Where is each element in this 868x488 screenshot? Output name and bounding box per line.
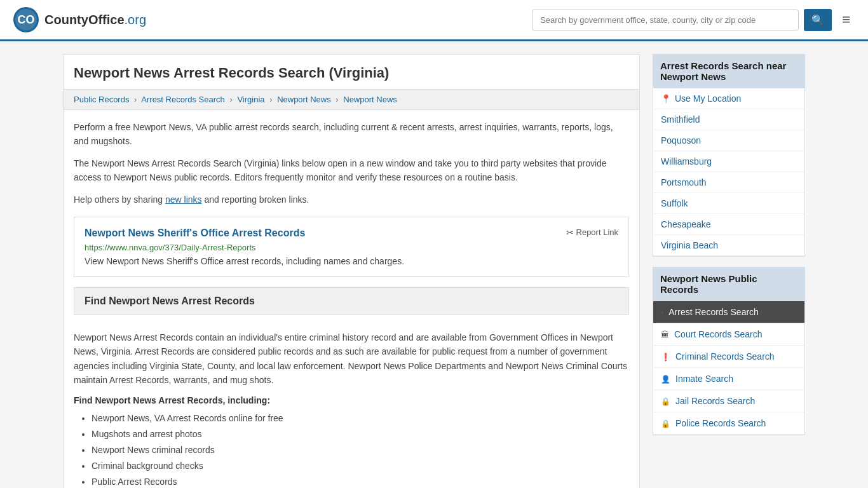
breadcrumb-sep-3: ›: [269, 95, 272, 104]
breadcrumb-link-newport-news-1[interactable]: Newport News: [277, 95, 331, 104]
location-link-chesapeake[interactable]: Chesapeake: [661, 219, 711, 229]
location-link-portsmouth[interactable]: Portsmouth: [661, 177, 707, 187]
inmate-search-link[interactable]: Inmate Search: [675, 374, 733, 384]
find-section-title: Find Newport News Arrest Records: [85, 295, 618, 307]
location-link-smithfield[interactable]: Smithfield: [661, 114, 700, 125]
link-card-url: https://www.nnva.gov/373/Daily-Arrest-Re…: [85, 243, 618, 252]
sidebar-item-criminal-records[interactable]: Criminal Records Search: [653, 346, 804, 368]
court-records-link[interactable]: Court Records Search: [674, 329, 763, 339]
location-link-virginia-beach[interactable]: Virginia Beach: [661, 240, 718, 250]
report-link-label: Report Link: [576, 227, 618, 237]
sidebar-public-records-header: Newport News Public Records: [653, 267, 805, 301]
scissors-icon: [566, 227, 574, 238]
logo-area: CO CountyOffice.org: [13, 6, 146, 33]
link-card-title: Newport News Sheriff's Office Arrest Rec…: [85, 227, 305, 239]
sidebar-nearby-body: Use My Location Smithfield Poquoson Will…: [653, 88, 805, 257]
location-link-poquoson[interactable]: Poquoson: [661, 135, 701, 146]
use-my-location-label: Use My Location: [675, 93, 741, 104]
link-card-header: Newport News Sheriff's Office Arrest Rec…: [85, 227, 618, 239]
use-my-location-item[interactable]: Use My Location: [653, 88, 804, 109]
report-link-button[interactable]: Report Link: [566, 227, 618, 238]
sidebar-location-williamsburg[interactable]: Williamsburg: [653, 151, 804, 172]
list-item: Public Arrest Records: [92, 474, 629, 488]
breadcrumb-link-virginia[interactable]: Virginia: [237, 95, 264, 104]
list-item: Newport News criminal records: [92, 442, 629, 458]
sidebar-item-inmate-search[interactable]: Inmate Search: [653, 368, 804, 390]
content-panel: Newport News Arrest Records Search (Virg…: [63, 54, 640, 488]
sidebar-nearby-section: Arrest Records Search near Newport News …: [653, 54, 805, 257]
sidebar-location-suffolk[interactable]: Suffolk: [653, 193, 804, 214]
lock-icon-2: [661, 418, 670, 428]
sidebar-nearby-header: Arrest Records Search near Newport News: [653, 54, 805, 88]
find-section: Find Newport News Arrest Records: [74, 287, 629, 315]
columns-icon: [661, 307, 663, 317]
search-input[interactable]: [532, 10, 799, 30]
logo-text: CountyOffice.org: [44, 13, 146, 27]
intro-p3: Help others by sharing new links and rep…: [74, 193, 629, 207]
breadcrumb-link-newport-news-2[interactable]: Newport News: [343, 95, 397, 104]
link-card-title-link[interactable]: Newport News Sheriff's Office Arrest Rec…: [85, 227, 305, 238]
location-link-suffolk[interactable]: Suffolk: [661, 198, 688, 208]
find-description: Newport News Arrest Records contain an i…: [74, 330, 629, 388]
search-button[interactable]: 🔍: [804, 9, 832, 31]
lock-icon-1: [661, 396, 670, 406]
content-body: Perform a free Newport News, VA public a…: [64, 110, 639, 488]
sidebar-public-records-section: Newport News Public Records Arrest Recor…: [653, 267, 805, 435]
person-icon: [661, 374, 670, 384]
jail-records-link[interactable]: Jail Records Search: [675, 396, 755, 406]
sidebar-location-virginia-beach[interactable]: Virginia Beach: [653, 235, 804, 256]
sidebar-public-records-body: Arrest Records Search Court Records Sear…: [653, 301, 805, 435]
page-title: Newport News Arrest Records Search (Virg…: [64, 55, 639, 89]
breadcrumb-sep-2: ›: [229, 95, 232, 104]
intro-p2: The Newport News Arrest Records Search (…: [74, 156, 629, 185]
find-list: Newport News, VA Arrest Records online f…: [74, 410, 629, 488]
criminal-records-link[interactable]: Criminal Records Search: [675, 351, 775, 362]
sidebar-item-arrest-records[interactable]: Arrest Records Search: [653, 301, 804, 323]
sidebar-location-portsmouth[interactable]: Portsmouth: [653, 172, 804, 193]
location-link-williamsburg[interactable]: Williamsburg: [661, 156, 712, 166]
header: CO CountyOffice.org 🔍 ≡: [0, 0, 868, 41]
breadcrumb-sep-4: ›: [336, 95, 338, 104]
find-including-title: Find Newport News Arrest Records, includ…: [74, 395, 629, 405]
sidebar-item-police-records[interactable]: Police Records Search: [653, 412, 804, 435]
svg-text:CO: CO: [18, 13, 35, 26]
find-body: Newport News Arrest Records contain an i…: [74, 323, 629, 488]
sidebar-location-smithfield[interactable]: Smithfield: [653, 109, 804, 130]
list-item: Criminal background checks: [92, 458, 629, 474]
breadcrumb-sep-1: ›: [134, 95, 137, 104]
link-card-desc: View Newport News Sheriff's Office arres…: [85, 256, 618, 266]
link-card: Newport News Sheriff's Office Arrest Rec…: [74, 217, 629, 277]
logo-icon: CO: [13, 6, 39, 33]
sidebar-item-jail-records[interactable]: Jail Records Search: [653, 390, 804, 412]
main-layout: Newport News Arrest Records Search (Virg…: [53, 41, 815, 488]
sidebar-location-chesapeake[interactable]: Chesapeake: [653, 214, 804, 235]
pin-icon: [661, 93, 671, 104]
breadcrumb: Public Records › Arrest Records Search ›…: [64, 89, 639, 110]
sidebar-location-poquoson[interactable]: Poquoson: [653, 130, 804, 151]
list-item: Newport News, VA Arrest Records online f…: [92, 410, 629, 426]
intro-p1: Perform a free Newport News, VA public a…: [74, 120, 629, 149]
intro-text: Perform a free Newport News, VA public a…: [74, 120, 629, 207]
menu-button[interactable]: ≡: [837, 9, 855, 30]
search-area: 🔍 ≡: [532, 9, 855, 31]
police-records-link[interactable]: Police Records Search: [675, 418, 766, 428]
arrest-records-link[interactable]: Arrest Records Search: [668, 307, 759, 317]
breadcrumb-link-public-records[interactable]: Public Records: [74, 95, 129, 104]
exclaim-icon: [661, 351, 670, 362]
new-links-link[interactable]: new links: [165, 194, 202, 205]
sidebar-item-court-records[interactable]: Court Records Search: [653, 323, 804, 346]
building-icon: [661, 329, 669, 339]
breadcrumb-link-arrest[interactable]: Arrest Records Search: [141, 95, 225, 104]
list-item: Mugshots and arrest photos: [92, 426, 629, 442]
sidebar: Arrest Records Search near Newport News …: [653, 54, 805, 488]
